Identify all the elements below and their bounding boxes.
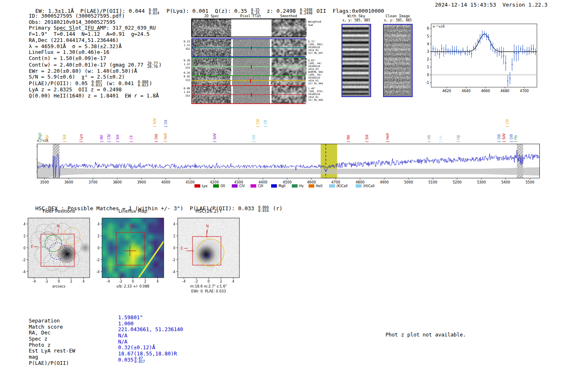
svg-text:0: 0: [132, 280, 134, 283]
svg-text:2: 2: [144, 280, 146, 283]
emission-line-label: { OII: [164, 120, 168, 128]
svg-text:4200: 4200: [210, 180, 219, 184]
match-row-label: Separation: [29, 318, 60, 324]
svg-text:2: 2: [23, 234, 26, 238]
match-row-value: N/A: [118, 332, 128, 339]
with-sky-title: With Sky: [341, 14, 371, 18]
compass-north-label: N: [130, 224, 132, 228]
emission-line-label: { Hε: [439, 135, 443, 143]
svg-text:2: 2: [98, 234, 100, 238]
svg-text:-2: -2: [172, 258, 175, 262]
svg-text:-4: -4: [96, 270, 100, 274]
legend-item: OII: [213, 184, 225, 188]
fiber-circle: [58, 246, 75, 262]
clean-image-panel: [383, 24, 413, 97]
fiber-circle: [66, 237, 83, 254]
svg-text:-4: -4: [172, 270, 175, 274]
pixelflat-blank: [233, 19, 270, 37]
compass-north-label: N: [206, 224, 209, 228]
col-header-2dspec: 2D Spec: [192, 14, 231, 18]
emission-line-label: { NV: [46, 135, 49, 143]
match-row-label: mag: [29, 354, 38, 360]
svg-text:Hγ: Hγ: [299, 184, 304, 188]
emission-line-label: { SiII: [63, 135, 67, 143]
trace-line: [192, 47, 307, 48]
svg-text:5: 5: [427, 34, 429, 38]
spec2d-row-weights: 0.160.92333: [182, 71, 190, 82]
match-table-row: Separation1.59801": [29, 318, 202, 324]
svg-text:-2: -2: [96, 258, 100, 262]
legend-item: CIV: [232, 184, 245, 188]
match-row-label: Spec z: [29, 336, 47, 342]
info-line: Primary Spec_Slot_IFU_AMP: 317_022_039_R…: [29, 25, 162, 31]
elixer-report-page: { "header": { "seg1": "EW: 1.3±1.1Å P(LA…: [0, 0, 576, 392]
compass-east-label: E: [31, 245, 33, 249]
svg-text:4700: 4700: [520, 89, 529, 93]
match-row-value: 18.67(18.55,18.80)R: [118, 350, 177, 357]
svg-text:-2: -2: [45, 280, 48, 283]
legend-item: Lyα: [195, 184, 208, 188]
svg-text:5400: 5400: [501, 180, 510, 184]
svg-text:4: 4: [98, 223, 100, 226]
header-z: z: 0.2498: [260, 8, 299, 14]
svg-text:3800: 3800: [113, 180, 122, 184]
svg-text:5000: 5000: [404, 180, 413, 184]
svg-text:4500: 4500: [283, 180, 292, 184]
emission-line-label: { CII: [130, 135, 133, 143]
svg-text:3600: 3600: [64, 180, 73, 184]
info-line: λ = 4659.01Å σ = 5.38(±2.32)Å: [29, 44, 162, 50]
legend-item: (K)CaII: [329, 184, 348, 188]
info-line: Q(0.00) HeII(1640) z = 1.8401 EW r = 1.8…: [29, 93, 162, 99]
header-flags: OII Flags:0x00010000: [313, 8, 384, 14]
info-line: RA,Dec (221.044174,51.236446): [29, 37, 162, 44]
svg-text:4: 4: [156, 280, 158, 283]
info-line: Cont(n) = 1.50(±0.09)e-17: [29, 56, 162, 62]
match-table-row: RA, Dec221.043661, 51.236140: [29, 329, 202, 336]
catalog-aperture-circle: [197, 239, 224, 266]
aperture-square: [116, 232, 145, 265]
emission-line-label: { HeII: [386, 133, 390, 143]
emission-line-label: { Hγ: [514, 135, 518, 143]
match-row-label: P(LAE)/P(OII): [29, 360, 69, 366]
compass-east-label: E: [181, 246, 183, 251]
info-line: S/N = 5.9(±0.6) χ² = 2.5(±0.2): [29, 74, 162, 80]
svg-text:4300: 4300: [234, 180, 243, 184]
spec2d-row: [191, 76, 306, 85]
svg-text:2: 2: [220, 280, 222, 283]
with-sky-xy: x, y: 585, 885: [341, 19, 371, 22]
svg-text:4600: 4600: [307, 180, 316, 184]
full-spectrum-plot: 3500360037003800390040004100420043004400…: [36, 111, 543, 193]
svg-text:-1: -1: [426, 81, 429, 85]
svg-text:(H)CaII: (H)CaII: [363, 184, 374, 188]
match-row-value: 0.0350.070.017: [118, 357, 146, 364]
info-line: P(LAE)/P(OII): 0.05 0.0970.033 (w: 0.041…: [29, 80, 162, 87]
match-row-value: N/A: [118, 339, 128, 345]
info-line: F=1.9" T=0.144 N=1.12 A=0.91 g=24.5: [29, 31, 162, 37]
fiber-circle: [63, 227, 80, 244]
legend-item: CIII: [251, 184, 263, 188]
svg-text:5500: 5500: [525, 180, 534, 184]
trace-line: [192, 66, 307, 67]
spec2d-row: [191, 85, 306, 104]
fiber-circle: [36, 224, 53, 241]
svg-text:4: 4: [23, 223, 26, 226]
line-center-marker: [250, 79, 251, 83]
emission-line-label: { Lyα: [79, 134, 83, 143]
fiber-circle: [63, 251, 79, 268]
match-table-row: Photo zN/A: [29, 342, 202, 348]
fiber-positions-xlabel: arcsecs: [16, 284, 102, 288]
with-sky-image: [341, 24, 371, 97]
svg-text:4: 4: [173, 223, 175, 226]
emission-line-fit-plot: -1012345646204640466046804700e⁻¹⁷x2Å: [419, 20, 540, 99]
sky-subtracted-frame: [384, 25, 410, 95]
timestamp-version: 2024-12-14 15:43:53 Version 1.22.3: [435, 2, 548, 8]
emission-line-label: { Hβ: [457, 135, 460, 143]
spec2d-row-annotation: 1.07"(585, 44)20180210v014_01317_RL_004: [308, 70, 323, 85]
svg-text:CIII: CIII: [258, 184, 263, 188]
spec2d-panel: [192, 19, 231, 37]
svg-text:4680: 4680: [500, 89, 509, 93]
info-line: EWr = 2.20(±0.80) (w: 1.40(±0.50))Å: [29, 68, 162, 74]
emission-line-label: { OIII: [510, 134, 513, 143]
svg-text:(K)CaII: (K)CaII: [337, 184, 348, 188]
emission-line-label: { SiIV: [153, 118, 157, 128]
